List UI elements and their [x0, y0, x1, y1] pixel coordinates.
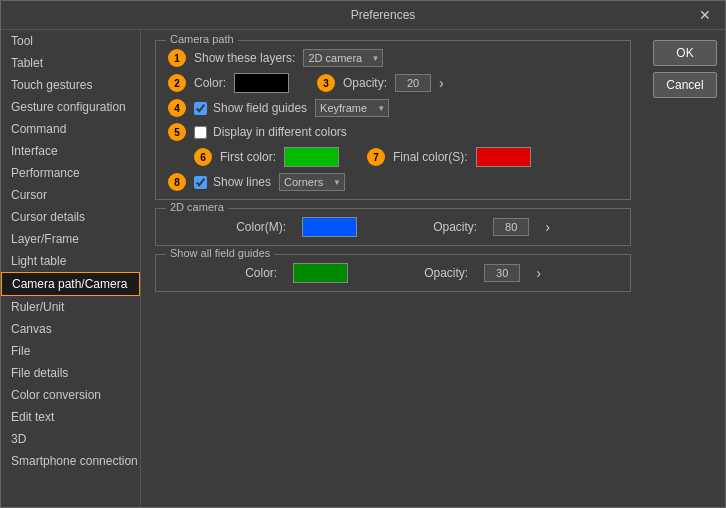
badge-3: 3	[317, 74, 335, 92]
show-lines-label: Show lines	[213, 175, 271, 189]
field-guides-dropdown[interactable]: Keyframe	[315, 99, 389, 117]
camera-2d-opacity-input[interactable]: 80	[493, 218, 529, 236]
show-field-guides-label: Show field guides	[213, 101, 307, 115]
opacity-label: Opacity:	[343, 76, 387, 90]
show-lines-checkbox-row: Show lines	[194, 175, 271, 189]
show-lines-checkbox[interactable]	[194, 176, 207, 189]
color-label: Color:	[194, 76, 226, 90]
badge-5: 5	[168, 123, 186, 141]
first-final-color-row: 6 First color: 7 Final color(S):	[194, 147, 618, 167]
badge-7: 7	[367, 148, 385, 166]
field-guides-opacity-input[interactable]: 30	[484, 264, 520, 282]
sidebar-item-cursor-details[interactable]: Cursor details	[1, 206, 140, 228]
preferences-dialog: Preferences ✕ Tool Tablet Touch gestures…	[0, 0, 726, 508]
camera-2d-section: 2D camera Color(M): Opacity: 80 ›	[155, 208, 631, 246]
field-guides-opacity-label: Opacity:	[424, 266, 468, 280]
badge-1: 1	[168, 49, 186, 67]
show-field-guides-checkbox[interactable]	[194, 102, 207, 115]
sidebar-item-tool[interactable]: Tool	[1, 30, 140, 52]
sidebar-item-performance[interactable]: Performance	[1, 162, 140, 184]
sidebar: Tool Tablet Touch gestures Gesture confi…	[1, 30, 141, 507]
show-layers-label: Show these layers:	[194, 51, 295, 65]
main-content: Tool Tablet Touch gestures Gesture confi…	[1, 30, 725, 507]
show-layers-dropdown[interactable]: 2D camera	[303, 49, 383, 67]
sidebar-item-smartphone-connection[interactable]: Smartphone connection	[1, 450, 140, 472]
display-colors-row: 5 Display in different colors	[168, 123, 618, 141]
display-colors-label: Display in different colors	[213, 125, 347, 139]
field-guides-opacity-arrow[interactable]: ›	[536, 265, 541, 281]
sidebar-item-touch-gestures[interactable]: Touch gestures	[1, 74, 140, 96]
color-swatch-black[interactable]	[234, 73, 289, 93]
color-opacity-row: 2 Color: 3 Opacity: 20 ›	[168, 73, 618, 93]
field-guides-dropdown-wrapper: Keyframe	[315, 99, 389, 117]
sidebar-item-tablet[interactable]: Tablet	[1, 52, 140, 74]
field-guides-color-swatch[interactable]	[293, 263, 348, 283]
sidebar-item-cursor[interactable]: Cursor	[1, 184, 140, 206]
sidebar-item-light-table[interactable]: Light table	[1, 250, 140, 272]
ok-button[interactable]: OK	[653, 40, 717, 66]
opacity-input[interactable]: 20	[395, 74, 431, 92]
title-bar: Preferences ✕	[1, 1, 725, 30]
sidebar-item-color-conversion[interactable]: Color conversion	[1, 384, 140, 406]
show-lines-row: 8 Show lines Corners	[168, 173, 618, 191]
camera-2d-opacity-label: Opacity:	[433, 220, 477, 234]
right-buttons: OK Cancel	[645, 30, 725, 507]
camera-2d-label: 2D camera	[166, 201, 228, 213]
badge-6: 6	[194, 148, 212, 166]
camera-path-section-label: Camera path	[166, 33, 238, 45]
field-guides-color-row: Color: Opacity: 30 ›	[168, 263, 618, 283]
show-layers-row: 1 Show these layers: 2D camera	[168, 49, 618, 67]
show-all-field-guides-label: Show all field guides	[166, 247, 274, 259]
badge-2: 2	[168, 74, 186, 92]
badge-4: 4	[168, 99, 186, 117]
sidebar-item-command[interactable]: Command	[1, 118, 140, 140]
sidebar-item-file-details[interactable]: File details	[1, 362, 140, 384]
sidebar-item-interface[interactable]: Interface	[1, 140, 140, 162]
sidebar-item-edit-text[interactable]: Edit text	[1, 406, 140, 428]
sidebar-item-canvas[interactable]: Canvas	[1, 318, 140, 340]
camera-2d-color-swatch[interactable]	[302, 217, 357, 237]
show-field-guides-row: 4 Show field guides Keyframe	[168, 99, 618, 117]
camera-2d-opacity-arrow[interactable]: ›	[545, 219, 550, 235]
show-lines-dropdown-wrapper: Corners	[279, 173, 345, 191]
final-color-label: Final color(S):	[393, 150, 468, 164]
dialog-title: Preferences	[71, 8, 695, 22]
sidebar-item-camera-path-camera[interactable]: Camera path/Camera	[1, 272, 140, 296]
camera-path-section: Camera path 1 Show these layers: 2D came…	[155, 40, 631, 200]
final-color-swatch[interactable]	[476, 147, 531, 167]
show-field-guides-checkbox-row: Show field guides	[194, 101, 307, 115]
sidebar-item-ruler-unit[interactable]: Ruler/Unit	[1, 296, 140, 318]
show-lines-dropdown[interactable]: Corners	[279, 173, 345, 191]
first-color-label: First color:	[220, 150, 276, 164]
badge-8: 8	[168, 173, 186, 191]
sidebar-item-layer-frame[interactable]: Layer/Frame	[1, 228, 140, 250]
sidebar-item-3d[interactable]: 3D	[1, 428, 140, 450]
first-color-swatch[interactable]	[284, 147, 339, 167]
display-colors-checkbox[interactable]	[194, 126, 207, 139]
opacity-arrow-btn[interactable]: ›	[439, 75, 444, 91]
show-all-field-guides-section: Show all field guides Color: Opacity: 30…	[155, 254, 631, 292]
sidebar-item-gesture-configuration[interactable]: Gesture configuration	[1, 96, 140, 118]
show-layers-dropdown-wrapper: 2D camera	[303, 49, 383, 67]
close-button[interactable]: ✕	[695, 7, 715, 23]
field-guides-color-label: Color:	[245, 266, 277, 280]
camera-2d-row: Color(M): Opacity: 80 ›	[168, 217, 618, 237]
sidebar-item-file[interactable]: File	[1, 340, 140, 362]
display-colors-checkbox-row: Display in different colors	[194, 125, 347, 139]
camera-2d-color-label: Color(M):	[236, 220, 286, 234]
content-area: Camera path 1 Show these layers: 2D came…	[141, 30, 645, 507]
cancel-button[interactable]: Cancel	[653, 72, 717, 98]
